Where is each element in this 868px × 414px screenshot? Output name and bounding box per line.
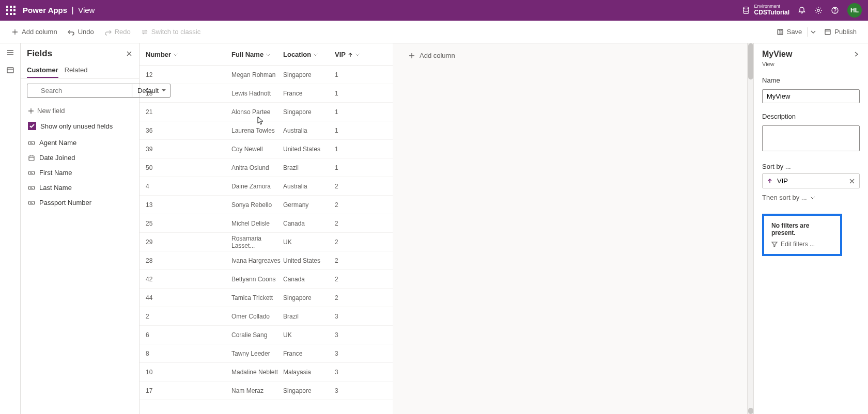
then-sort-button[interactable]: Then sort by ... <box>762 194 860 201</box>
gear-icon[interactable] <box>814 6 823 14</box>
cell-location: Malayasia <box>283 369 335 376</box>
rail-hamburger[interactable] <box>4 46 17 59</box>
app-launcher-icon[interactable] <box>6 6 16 15</box>
description-label: Description <box>762 113 860 120</box>
table-row[interactable]: 42Bettyann CoonsCanada2 <box>140 270 393 289</box>
table-row[interactable]: 13Sonya RebelloGermany2 <box>140 196 393 214</box>
undo-button[interactable]: Undo <box>63 25 99 39</box>
remove-sort-button[interactable] <box>849 178 855 184</box>
chevron-down-icon <box>355 52 360 57</box>
table-row[interactable]: 25Michel DelisleCanada2 <box>140 214 393 233</box>
svg-rect-9 <box>29 156 34 161</box>
redo-button[interactable]: Redo <box>99 25 136 39</box>
cell-name: Coralie Sang <box>231 331 283 339</box>
table-row[interactable]: 17Nam MerazSingapore3 <box>140 381 393 400</box>
cell-vip: 2 <box>335 183 376 190</box>
col-header-vip[interactable]: VIP <box>335 51 376 58</box>
cell-number: 36 <box>144 127 231 134</box>
app-title: Power Apps | View <box>23 6 95 15</box>
tab-customer[interactable]: Customer <box>27 63 58 78</box>
svg-rect-11 <box>29 186 35 189</box>
field-item[interactable]: Agent Name <box>21 135 139 150</box>
filter-default-dropdown[interactable]: Default <box>132 84 171 98</box>
chevron-down-icon <box>313 52 318 57</box>
fields-title: Fields <box>27 49 52 59</box>
field-label: Passport Number <box>39 199 91 206</box>
cell-name: Ivana Hargreaves <box>231 257 283 264</box>
table-row[interactable]: 18Lewis HadnottFrance1 <box>140 84 393 103</box>
expand-panel-button[interactable] <box>853 51 860 58</box>
cell-name: Rosamaria Lasset... <box>231 235 283 249</box>
publish-button[interactable]: Publish <box>819 25 862 39</box>
close-panel-button[interactable] <box>126 50 133 57</box>
new-field-button[interactable]: New field <box>21 103 139 119</box>
cell-vip: 2 <box>335 201 376 209</box>
cell-location: United States <box>283 146 335 153</box>
cell-location: United States <box>283 257 335 264</box>
table-row[interactable]: 50Anitra OslundBrazil1 <box>140 158 393 177</box>
switch-icon <box>141 28 148 36</box>
table-row[interactable]: 10Madaline NeblettMalayasia3 <box>140 363 393 381</box>
table-row[interactable]: 36Laurena TowlesAustralia1 <box>140 121 393 140</box>
cell-name: Anitra Oslund <box>231 164 283 171</box>
chevron-down-icon <box>173 52 178 57</box>
rail-components[interactable] <box>4 64 17 76</box>
sort-field-pill[interactable]: VIP <box>762 173 860 188</box>
switch-classic-button[interactable]: Switch to classic <box>136 25 206 39</box>
scroll-thumb[interactable] <box>748 43 753 79</box>
cell-vip: 2 <box>335 238 376 246</box>
field-item[interactable]: Passport Number <box>21 195 139 210</box>
svg-point-0 <box>743 7 749 9</box>
save-icon <box>777 28 784 36</box>
environment-picker[interactable]: Environment CDSTutorial <box>742 4 789 16</box>
sort-asc-icon <box>767 178 773 184</box>
text-field-icon <box>28 184 35 192</box>
then-sort-label: Then sort by ... <box>762 194 807 201</box>
table-row[interactable]: 6Coralie SangUK3 <box>140 326 393 344</box>
table-row[interactable]: 8Tawny LeederFrance3 <box>140 344 393 363</box>
add-column-button-grid[interactable]: Add column <box>403 49 460 62</box>
scroll-thumb[interactable] <box>748 408 753 414</box>
table-row[interactable]: 39Coy NewellUnited States1 <box>140 140 393 158</box>
chevron-down-icon <box>266 52 271 57</box>
save-caret[interactable] <box>807 27 819 37</box>
field-item[interactable]: Last Name <box>21 180 139 195</box>
search-input[interactable] <box>27 84 132 98</box>
table-row[interactable]: 4Daine ZamoraAustralia2 <box>140 177 393 196</box>
undo-icon <box>68 28 75 36</box>
view-name-heading: MyView <box>762 50 792 59</box>
publish-label: Publish <box>834 28 857 36</box>
bell-icon[interactable] <box>798 6 806 14</box>
col-header-location[interactable]: Location <box>283 51 335 58</box>
cell-name: Nam Meraz <box>231 387 283 394</box>
edit-filters-button[interactable]: Edit filters ... <box>771 241 833 248</box>
field-label: Date Joined <box>39 154 75 162</box>
table-row[interactable]: 21Alonso ParteeSingapore1 <box>140 103 393 121</box>
table-row[interactable]: 12Megan RohmanSingapore1 <box>140 66 393 84</box>
cell-number: 21 <box>144 108 231 116</box>
save-button[interactable]: Save <box>771 25 808 39</box>
col-header-number[interactable]: Number <box>144 51 231 58</box>
scrollbar[interactable] <box>747 43 753 414</box>
cell-name: Lewis Hadnott <box>231 90 283 97</box>
help-icon[interactable] <box>831 6 839 14</box>
add-column-button[interactable]: Add column <box>6 25 63 39</box>
cell-number: 28 <box>144 257 231 264</box>
tab-related[interactable]: Related <box>65 63 88 78</box>
table-row[interactable]: 28Ivana HargreavesUnited States2 <box>140 251 393 270</box>
close-icon <box>849 178 855 184</box>
sortby-label: Sort by ... <box>762 163 860 170</box>
show-unused-toggle[interactable]: Show only unused fields <box>21 119 139 135</box>
table-row[interactable]: 44Tamica TrickettSingapore2 <box>140 289 393 307</box>
table-row[interactable]: 2Omer ColladoBrazil3 <box>140 307 393 326</box>
table-row[interactable]: 29Rosamaria Lasset...UK2 <box>140 233 393 251</box>
cell-name: Tawny Leeder <box>231 350 283 357</box>
col-header-fullname[interactable]: Full Name <box>231 51 283 58</box>
filter-icon <box>771 241 778 247</box>
name-input[interactable] <box>762 89 860 103</box>
field-item[interactable]: Date Joined <box>21 150 139 165</box>
avatar[interactable]: HL <box>847 3 862 18</box>
description-input[interactable] <box>762 125 860 151</box>
field-item[interactable]: First Name <box>21 165 139 180</box>
text-field-icon <box>28 169 35 177</box>
